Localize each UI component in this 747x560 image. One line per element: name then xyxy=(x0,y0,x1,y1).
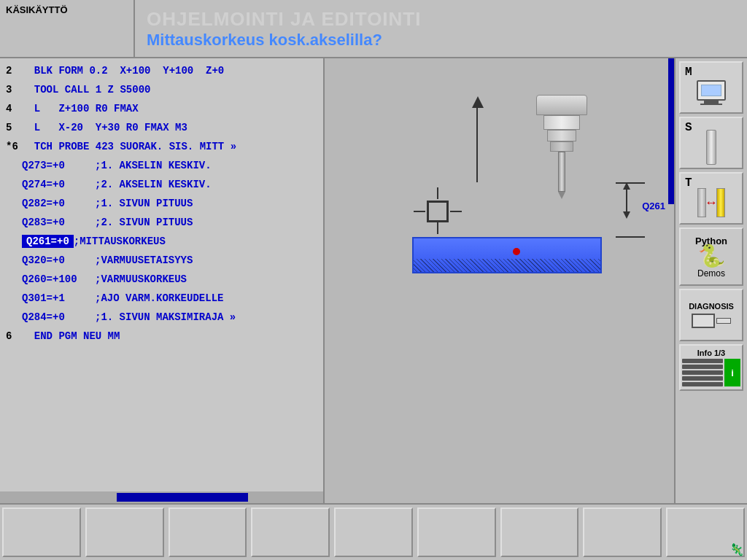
param-comment-11: ;VARMUUSKORKEUS xyxy=(95,273,187,285)
workpiece xyxy=(412,237,602,273)
info-line-4 xyxy=(682,376,723,381)
param-comment-12: ;AJO VARM.KORKEUDELLE xyxy=(95,292,223,304)
info-green-box: i xyxy=(724,359,740,386)
sidebar-item-m[interactable]: M xyxy=(679,61,743,114)
code-line-11[interactable]: Q260=+100 ;VARMUUSKORKEUS xyxy=(0,270,323,289)
diag-arm xyxy=(716,318,731,324)
crosshair-v-top xyxy=(437,187,438,199)
code-line-4[interactable]: *6 TCH PROBE 423 SUORAK. SIS. MITT » xyxy=(0,137,323,156)
line-text-3: L X-20 Y+30 R0 FMAX M3 xyxy=(22,122,187,133)
t-tool-left xyxy=(697,188,706,217)
header: KÄSIKÄYTTÖ OHJELMOINTI JA EDITOINTI Mitt… xyxy=(0,0,747,58)
sidebar: M S T ↔ Python 🐍 xyxy=(674,58,747,503)
param-name-8: Q283=+0 xyxy=(22,217,95,228)
tool-cylinder-icon xyxy=(706,130,716,165)
info-line-3 xyxy=(682,370,723,375)
line-num-2: 4 xyxy=(6,103,22,114)
param-comment-6: ;2. AKSELIN KESKIV. xyxy=(95,179,212,190)
sidebar-item-info[interactable]: Info 1/3 i xyxy=(679,344,743,391)
header-mode: KÄSIKÄYTTÖ xyxy=(0,0,135,57)
code-line-5[interactable]: Q273=+0 ;1. AKSELIN KESKIV. xyxy=(0,156,323,175)
main-area: 2 BLK FORM 0.2 X+100 Y+100 Z+03 TOOL CAL… xyxy=(0,58,747,503)
line-num-3: 5 xyxy=(6,122,22,133)
line-num-14: 6 xyxy=(6,330,22,342)
line-text-14: END PGM NEU MM xyxy=(22,330,120,342)
horizontal-scrollbar[interactable] xyxy=(0,491,323,503)
scrollbar-thumb[interactable] xyxy=(117,493,248,502)
bottom-btn-6[interactable] xyxy=(417,508,496,557)
code-line-12[interactable]: Q301=+1 ;AJO VARM.KORKEUDELLE xyxy=(0,289,323,308)
bottom-btn-3[interactable] xyxy=(169,508,247,557)
dim-h-line-top xyxy=(616,182,645,184)
param-comment-7: ;1. SIVUN PITUUS xyxy=(95,198,193,209)
code-lines-container: 2 BLK FORM 0.2 X+100 Y+100 Z+03 TOOL CAL… xyxy=(0,61,323,346)
param-highlighted-9: Q261=+0 xyxy=(22,236,74,247)
sidebar-item-diagnosis[interactable]: DIAGNOSIS xyxy=(679,289,743,341)
spindle-tip xyxy=(558,152,565,192)
bottom-btn-5[interactable] xyxy=(334,508,413,557)
code-panel: 2 BLK FORM 0.2 X+100 Y+100 Z+03 TOOL CAL… xyxy=(0,58,325,503)
info-line-1 xyxy=(682,359,723,363)
spindle-mid xyxy=(543,115,580,130)
code-line-0[interactable]: 2 BLK FORM 0.2 X+100 Y+100 Z+0 xyxy=(0,61,323,80)
sidebar-item-s[interactable]: S xyxy=(679,117,743,169)
workpiece-dot xyxy=(513,248,520,255)
page-title-sub: Mittauskorkeus kosk.akselilla? xyxy=(147,31,735,50)
code-line-9[interactable]: Q261=+0 ;MITTAUSKORKEUS xyxy=(0,232,323,251)
code-line-2[interactable]: 4 L Z+100 R0 FMAX xyxy=(0,99,323,118)
diag-machine-body xyxy=(692,314,715,328)
param-name-6: Q274=+0 xyxy=(22,179,95,190)
axis-arrow-head xyxy=(472,96,484,108)
axis-arrow-shaft xyxy=(476,102,478,182)
param-comment-13: ;1. SIVUN MAKSIMIRAJA » xyxy=(95,311,236,323)
blue-progress-bar xyxy=(668,58,674,204)
param-comment-10: ;VARMUUSETAISYYS xyxy=(95,254,193,266)
code-line-1[interactable]: 3 TOOL CALL 1 Z S5000 xyxy=(0,80,323,99)
info-line-5 xyxy=(682,382,723,386)
visualization-panel: Q261 xyxy=(325,58,674,503)
param-comment-9: ;MITTAUSKORKEUS xyxy=(74,236,166,247)
line-text-0: BLK FORM 0.2 X+100 Y+100 Z+0 xyxy=(22,65,224,77)
diagnosis-label: DIAGNOSIS xyxy=(689,302,734,311)
param-name-5: Q273=+0 xyxy=(22,160,95,171)
param-name-10: Q320=+0 xyxy=(22,254,95,266)
page-title-main: OHJELMOINTI JA EDITOINTI xyxy=(147,8,735,31)
crosshair-h-left xyxy=(414,211,425,212)
param-comment-5: ;1. AKSELIN KESKIV. xyxy=(95,160,212,171)
q261-label: Q261 xyxy=(642,201,665,211)
bottom-btn-7[interactable] xyxy=(500,508,579,557)
param-name-7: Q282=+0 xyxy=(22,198,95,209)
crosshair-container xyxy=(427,201,449,222)
info-i-label: i xyxy=(731,368,734,378)
code-line-14[interactable]: 6 END PGM NEU MM xyxy=(0,327,323,346)
sidebar-item-t[interactable]: T ↔ xyxy=(679,172,743,225)
param-name-13: Q284=+0 xyxy=(22,311,95,323)
m-label: M xyxy=(685,66,692,79)
bottom-btn-8[interactable] xyxy=(583,508,662,557)
code-line-8[interactable]: Q283=+0 ;2. SIVUN PITUUS xyxy=(0,213,323,232)
info-lines xyxy=(682,359,723,386)
sidebar-item-python[interactable]: Python 🐍 Demos xyxy=(679,228,743,286)
code-line-13[interactable]: Q284=+0 ;1. SIVUN MAKSIMIRAJA » xyxy=(0,308,323,327)
bottom-bar xyxy=(0,503,747,560)
q261-dimension xyxy=(623,182,630,219)
line-num-1: 3 xyxy=(6,84,22,96)
crosshair-v-bottom xyxy=(437,222,438,234)
workpiece-body xyxy=(412,237,602,273)
mode-label: KÄSIKÄYTTÖ xyxy=(6,4,68,15)
dim-h-line-bottom xyxy=(616,236,645,238)
diagnosis-icon xyxy=(692,314,731,328)
line-text-1: TOOL CALL 1 Z S5000 xyxy=(22,84,150,96)
bottom-btn-1[interactable] xyxy=(2,508,81,557)
t-arrow-icon: ↔ xyxy=(708,195,716,210)
param-name-12: Q301=+1 xyxy=(22,292,95,304)
spindle-head xyxy=(536,95,587,115)
bottom-btn-4[interactable] xyxy=(251,508,330,557)
spindle-mid3 xyxy=(550,141,573,152)
code-line-7[interactable]: Q282=+0 ;1. SIVUN PITUUS xyxy=(0,194,323,213)
bottom-btn-2[interactable] xyxy=(85,508,164,557)
code-line-6[interactable]: Q274=+0 ;2. AKSELIN KESKIV. xyxy=(0,175,323,194)
code-line-3[interactable]: 5 L X-20 Y+30 R0 FMAX M3 xyxy=(0,118,323,137)
line-num-4: *6 xyxy=(6,141,22,152)
code-line-10[interactable]: Q320=+0 ;VARMUUSETAISYYS xyxy=(0,251,323,270)
